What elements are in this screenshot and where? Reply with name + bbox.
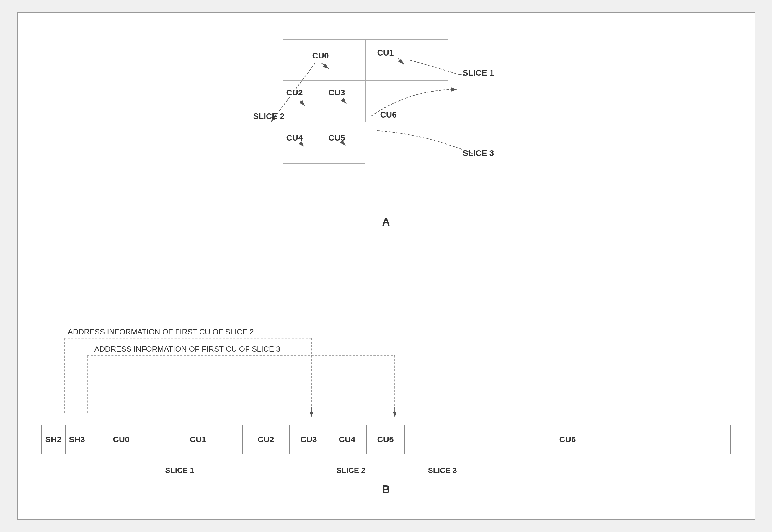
diagram-b: ADDRESS INFORMATION OF FIRST CU OF SLICE…	[41, 313, 731, 502]
svg-rect-2	[283, 39, 448, 122]
cell-sh3: SH3	[66, 425, 89, 454]
cu3-label: CU3	[329, 88, 345, 97]
slice2-range-label: SLICE 2	[337, 466, 365, 475]
cu0-label: CU0	[312, 51, 329, 61]
diagram-a: CU0 CU1 CU2 CU3 CU4 CU5 CU6 SLICE 1 SLIC…	[253, 30, 519, 231]
cell-cu5: CU5	[367, 425, 405, 454]
cell-cu4: CU4	[328, 425, 367, 454]
svg-line-11	[398, 58, 404, 64]
svg-line-15	[342, 99, 346, 104]
addr-info-slice2: ADDRESS INFORMATION OF FIRST CU OF SLICE…	[68, 327, 254, 337]
cell-cu1: CU1	[154, 425, 243, 454]
cell-cu2: CU2	[243, 425, 290, 454]
cu4-label: CU4	[286, 133, 303, 143]
table-row: SH2 SH3 CU0 CU1 CU2 CU3 CU4 CU5 CU6	[41, 425, 731, 454]
cell-cu0: CU0	[89, 425, 154, 454]
slice1-label: SLICE 1	[463, 68, 494, 78]
main-container: CU0 CU1 CU2 CU3 CU4 CU5 CU6 SLICE 1 SLIC…	[17, 12, 755, 520]
slice2-label: SLICE 2	[253, 112, 285, 121]
svg-line-14	[300, 101, 305, 106]
cell-cu3: CU3	[290, 425, 328, 454]
cell-sh2: SH2	[42, 425, 66, 454]
addr-info-slice3: ADDRESS INFORMATION OF FIRST CU OF SLICE…	[94, 345, 280, 354]
svg-line-16	[300, 143, 304, 146]
svg-line-12	[410, 60, 460, 75]
svg-line-10	[321, 63, 329, 69]
diagram-b-label: B	[382, 483, 390, 496]
cu1-label: CU1	[377, 48, 394, 58]
cell-cu6: CU6	[405, 425, 730, 454]
slice1-range-label: SLICE 1	[165, 466, 194, 475]
diagram-a-label: A	[382, 216, 390, 228]
slice3-range-label: SLICE 3	[428, 466, 457, 475]
cu6-label: CU6	[380, 110, 397, 120]
cu5-label: CU5	[329, 133, 345, 143]
cu2-label: CU2	[286, 88, 303, 97]
slice3-label: SLICE 3	[463, 148, 494, 158]
